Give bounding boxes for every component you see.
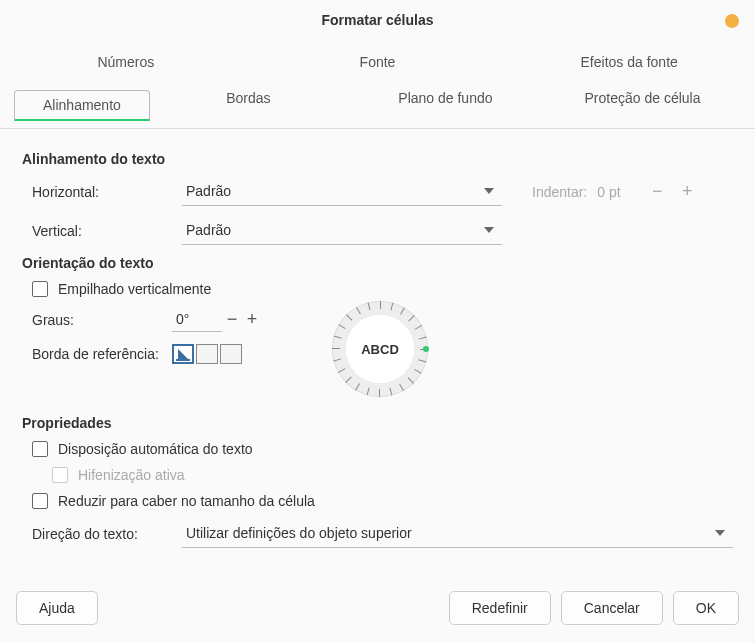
wrap-text-label: Disposição automática do texto <box>58 441 253 457</box>
tab-cell-protection[interactable]: Proteção de célula <box>544 82 741 128</box>
indent-value: 0 pt <box>597 184 637 200</box>
tab-alignment[interactable]: Alinhamento <box>14 82 150 128</box>
section-text-orientation: Orientação do texto <box>22 255 733 271</box>
shrink-to-fit-checkbox[interactable] <box>32 493 48 509</box>
shrink-to-fit-label: Reduzir para caber no tamanho da célula <box>58 493 315 509</box>
hyphenation-checkbox <box>52 467 68 483</box>
help-button[interactable]: Ajuda <box>16 591 98 625</box>
text-direction-label: Direção do texto: <box>22 526 182 542</box>
indent-increment: + <box>677 181 697 202</box>
reference-edge-lower[interactable] <box>172 344 194 364</box>
tab-background[interactable]: Plano de fundo <box>347 82 544 128</box>
horizontal-select[interactable]: Padrão <box>182 177 502 206</box>
ok-button[interactable]: OK <box>673 591 739 625</box>
reset-button[interactable]: Redefinir <box>449 591 551 625</box>
dial-handle-icon[interactable] <box>423 346 429 352</box>
degrees-decrement[interactable]: − <box>222 309 242 330</box>
chevron-down-icon <box>484 227 494 233</box>
tab-font-effects[interactable]: Efeitos da fonte <box>503 40 755 82</box>
reference-edge-inside[interactable] <box>220 344 242 364</box>
tab-numbers[interactable]: Números <box>0 40 252 82</box>
chevron-down-icon <box>484 188 494 194</box>
vertical-value: Padrão <box>186 222 231 238</box>
degrees-increment[interactable]: + <box>242 309 262 330</box>
indent-decrement: − <box>647 181 667 202</box>
section-properties: Propriedades <box>22 415 733 431</box>
hyphenation-label: Hifenização ativa <box>78 467 185 483</box>
degrees-input[interactable]: 0° <box>172 307 222 332</box>
tab-borders[interactable]: Bordas <box>150 82 347 128</box>
dial-preview-text: ABCD <box>332 301 428 397</box>
text-direction-value: Utilizar definições do objeto superior <box>186 525 412 541</box>
reference-edge-label: Borda de referência: <box>22 346 172 362</box>
stacked-checkbox[interactable] <box>32 281 48 297</box>
window-marker-icon <box>725 14 739 28</box>
dialog-title: Formatar células <box>321 12 433 28</box>
section-text-alignment: Alinhamento do texto <box>22 151 733 167</box>
cancel-button[interactable]: Cancelar <box>561 591 663 625</box>
horizontal-label: Horizontal: <box>22 184 172 200</box>
degrees-label: Graus: <box>22 312 172 328</box>
text-direction-select[interactable]: Utilizar definições do objeto superior <box>182 519 733 548</box>
wrap-text-checkbox[interactable] <box>32 441 48 457</box>
stacked-label: Empilhado verticalmente <box>58 281 211 297</box>
reference-edge-upper[interactable] <box>196 344 218 364</box>
chevron-down-icon <box>715 530 725 536</box>
tab-font[interactable]: Fonte <box>252 40 504 82</box>
indent-label: Indentar: <box>532 184 587 200</box>
horizontal-value: Padrão <box>186 183 231 199</box>
vertical-select[interactable]: Padrão <box>182 216 502 245</box>
rotation-dial[interactable]: ABCD <box>332 301 428 397</box>
vertical-label: Vertical: <box>22 223 172 239</box>
